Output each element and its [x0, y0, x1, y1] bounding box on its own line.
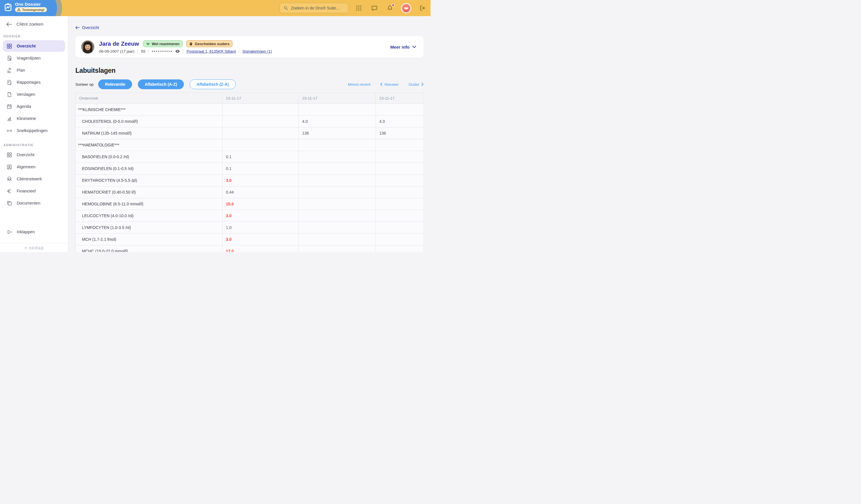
environment-badge: Testomgeving!	[15, 7, 47, 12]
newer-link[interactable]: Nieuwer	[380, 82, 399, 87]
lab-value-cell: 136	[299, 127, 376, 139]
lab-value-cell	[299, 174, 376, 186]
lab-test-name: LEUCOCYTEN (4.0-10.0 /nl)	[76, 210, 222, 222]
lab-value-cell	[376, 151, 424, 163]
heart-pulse-icon	[146, 42, 150, 46]
app-title: Ons Dossier	[15, 2, 47, 6]
nedap-star-icon: ✶	[24, 246, 28, 250]
lab-test-row: LYMFOCYTEN (1.0-3.5 /nl)1.0	[76, 222, 424, 234]
lab-value-cell: 15.0	[222, 198, 299, 210]
lab-value-cell	[376, 234, 424, 246]
lab-value-cell: 1.0	[222, 222, 299, 234]
sidebar-item-agenda[interactable]: Agenda	[3, 101, 65, 112]
sidebar-section-label: ADMINISTRATIE	[3, 143, 68, 147]
lab-value-cell	[376, 198, 424, 210]
sidebar-item-vragenlijsten[interactable]: ? Vragenlijsten	[3, 52, 65, 64]
lab-test-name: BASOFIELEN (0.0-0.2 /nl)	[76, 151, 222, 163]
lab-value-cell	[299, 186, 376, 198]
sidebar-item-algemeen[interactable]: Algemeen	[3, 161, 65, 172]
lab-value-cell	[299, 163, 376, 174]
lab-value-cell	[376, 174, 424, 186]
lab-test-name: LYMFOCYTEN (1.0-3.5 /nl)	[76, 222, 222, 234]
lab-value-cell: 136	[376, 127, 424, 139]
lab-value-cell	[299, 234, 376, 246]
lab-test-row: MCH (1.7-2.1 fmol)3.0	[76, 234, 424, 246]
sidebar-item-plan[interactable]: Plan	[3, 65, 65, 76]
search-input[interactable]	[291, 6, 345, 10]
notification-badge	[392, 4, 395, 6]
sidebar-item-klinimetrie[interactable]: Klinimetrie	[3, 113, 65, 124]
documents-icon	[6, 200, 12, 206]
sidebar-item-documenten[interactable]: Documenten	[3, 197, 65, 209]
sidebar-item-overzicht[interactable]: Overzicht	[3, 40, 65, 52]
lab-value-cell	[376, 163, 424, 174]
collapse-sidebar-icon	[6, 229, 12, 235]
user-avatar[interactable]	[401, 3, 411, 14]
lab-test-name: CHOLESTEROL (0-5.0 mmol/l)	[76, 116, 222, 127]
sidebar-item-rapportages[interactable]: Rapportages	[3, 76, 65, 88]
lab-test-row: HEMOGLOBINE (8.5-11.0 mmol/l)15.0	[76, 198, 424, 210]
bar-chart-icon	[6, 116, 12, 122]
warning-icon	[17, 8, 21, 12]
lab-value-cell	[376, 246, 424, 252]
lab-value-cell: 17.0	[222, 246, 299, 252]
sort-label: Sorteer op	[76, 82, 94, 87]
sort-option-alfabetisch-az[interactable]: Alfabetisch (A-Z)	[138, 80, 184, 89]
address-link[interactable]: Poststraat 1, 6135KR Sittard	[187, 49, 236, 54]
lab-section-row: ***KLINISCHE CHEMIE***	[76, 104, 424, 116]
eye-icon[interactable]	[175, 50, 180, 53]
patient-name: Jara de Zeeuw	[99, 41, 139, 47]
column-header-date: 23-11-17	[376, 93, 424, 104]
lab-value-cell	[222, 116, 299, 127]
column-header-onderzoek: Onderzoek	[76, 93, 222, 104]
chevron-left-icon	[380, 83, 382, 86]
apps-grid-icon[interactable]	[355, 4, 362, 12]
lab-test-row: ERYTHROCYTEN (4.5-5.5 /pl)3.0	[76, 174, 424, 186]
lab-value-cell	[376, 186, 424, 198]
arrow-left-icon	[76, 26, 80, 29]
lab-value-cell	[299, 104, 376, 116]
back-to-overview-link[interactable]: Overzicht	[76, 25, 99, 30]
lab-value-cell: 4.0	[376, 116, 424, 127]
patient-photo[interactable]	[81, 40, 94, 54]
questionnaire-icon: ?	[6, 55, 12, 61]
sidebar-nav: DOSSIER Overzicht ? Vragenlijsten Plan R…	[0, 29, 68, 209]
patient-details: 06-09-2007 (17 jaar) 55 •••••••••• Posts…	[99, 49, 272, 54]
older-link[interactable]: Ouder	[408, 82, 424, 87]
lab-value-cell	[376, 222, 424, 234]
lab-test-row: EOSINOFIELEN (0.1-0.5 /nl)0.1	[76, 163, 424, 174]
lab-test-row: HEMATOCRIET (0.40-0.50 l/l)0.44	[76, 186, 424, 198]
column-header-date: 23-11-17	[222, 93, 299, 104]
sidebar-item-clientnetwerk[interactable]: Cliëntnetwerk	[3, 173, 65, 185]
lab-results-table: Onderzoek23-11-1723-11-1723-11-17 ***KLI…	[76, 93, 424, 252]
lab-table-body: ***KLINISCHE CHEMIE***CHOLESTEROL (0-5.0…	[76, 104, 424, 252]
client-search-back-button[interactable]: Cliënt zoeken	[0, 19, 68, 29]
network-icon	[6, 176, 12, 182]
more-info-button[interactable]: Meer info	[390, 45, 416, 50]
signals-link[interactable]: Signaleringen (1)	[242, 49, 272, 54]
date-of-birth: 06-09-2007 (17 jaar)	[99, 49, 134, 54]
hand-icon	[189, 42, 193, 46]
lab-value-cell	[376, 104, 424, 116]
search-icon	[283, 5, 288, 11]
lab-test-name: MCHC (19.0-22.0 mmol/l)	[76, 246, 222, 252]
chevron-down-icon	[412, 46, 416, 48]
sidebar-item-verslagen[interactable]: Verslagen	[3, 88, 65, 100]
brand: Ons Dossier Testomgeving!	[4, 2, 47, 13]
lab-value-cell: 4.0	[299, 116, 376, 127]
sidebar-item-snelkoppelingen[interactable]: Snelkoppelingen	[3, 125, 65, 136]
most-recent-link[interactable]: Meest recent	[348, 82, 370, 87]
lab-value-cell	[299, 151, 376, 163]
collapse-sidebar-button[interactable]: Inklappen	[3, 226, 65, 238]
lab-section-name: ***HAEMATOLOGIE***	[76, 139, 222, 151]
chat-icon[interactable]	[371, 4, 378, 12]
lab-test-name: HEMATOCRIET (0.40-0.50 l/l)	[76, 186, 222, 198]
sort-option-relevantie[interactable]: Relevantie	[98, 80, 132, 89]
global-search[interactable]	[279, 3, 348, 13]
sidebar-item-financieel[interactable]: Financieel	[3, 185, 65, 197]
sidebar: Cliënt zoeken DOSSIER Overzicht ? Vragen…	[0, 16, 68, 252]
sidebar-item-overzicht-administratie[interactable]: Overzicht	[3, 149, 65, 160]
logout-icon[interactable]	[419, 4, 426, 12]
sort-option-alfabetisch-za[interactable]: Alfabetisch (Z-A)	[190, 80, 236, 89]
lab-test-name: MCH (1.7-2.1 fmol)	[76, 234, 222, 246]
